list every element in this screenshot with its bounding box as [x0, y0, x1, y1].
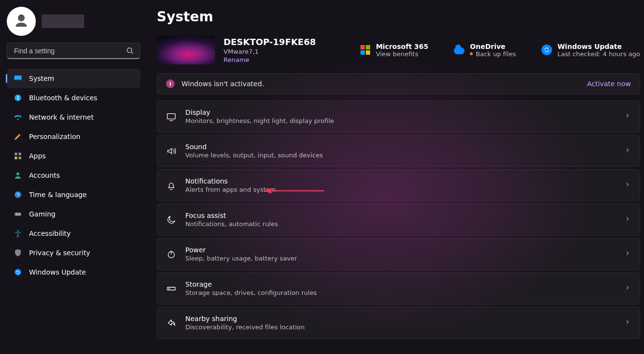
chevron-right-icon	[624, 215, 631, 224]
activation-message: Windows isn't activated.	[181, 80, 580, 88]
settings-card-power[interactable]: PowerSleep, battery usage, battery saver	[157, 238, 640, 270]
wu-subtitle: Last checked: 4 hours ago	[557, 50, 640, 58]
settings-card-nearby-sharing[interactable]: Nearby sharingDiscoverability, received …	[157, 307, 640, 339]
ms365-title: Microsoft 365	[376, 43, 428, 50]
share-icon	[166, 318, 177, 328]
svg-rect-10	[15, 213, 21, 216]
accounts-icon	[14, 171, 22, 180]
svg-point-8	[16, 172, 19, 175]
onedrive-link[interactable]: OneDrive Back up files	[453, 43, 516, 58]
gaming-icon	[14, 210, 22, 218]
sidebar-item-personalization[interactable]: Personalization	[7, 127, 140, 146]
sidebar-item-label: Personalization	[29, 133, 80, 140]
svg-rect-15	[167, 113, 176, 119]
device-header: DESKTOP-19FKE68 VMware7,1 Rename Microso…	[157, 35, 640, 64]
card-title: Power	[185, 246, 615, 254]
sidebar-item-network[interactable]: Network & internet	[7, 108, 140, 127]
bluetooth-icon	[14, 93, 22, 102]
search-box[interactable]	[7, 43, 140, 59]
settings-card-storage[interactable]: StorageStorage space, drives, configurat…	[157, 272, 640, 305]
svg-rect-7	[19, 157, 21, 159]
sidebar-item-time-language[interactable]: Time & language	[7, 185, 140, 204]
sound-icon	[166, 146, 177, 156]
sidebar-item-bluetooth[interactable]: Bluetooth & devices	[7, 88, 140, 108]
card-subtitle: Alerts from apps and system	[185, 186, 615, 193]
svg-rect-6	[15, 157, 17, 159]
chevron-right-icon	[624, 147, 631, 155]
svg-point-2	[15, 94, 21, 101]
sidebar-item-label: System	[29, 75, 54, 82]
sidebar-item-privacy[interactable]: Privacy & security	[7, 243, 140, 262]
search-input[interactable]	[13, 46, 126, 55]
attention-dot-icon	[470, 52, 473, 55]
onedrive-icon	[453, 44, 465, 56]
search-icon	[126, 47, 134, 55]
chevron-right-icon	[624, 319, 631, 327]
sidebar-item-label: Network & internet	[29, 113, 94, 121]
sidebar-item-system[interactable]: System	[7, 69, 140, 88]
card-title: Notifications	[185, 177, 615, 185]
system-icon	[14, 74, 22, 83]
card-subtitle: Monitors, brightness, night light, displ…	[185, 117, 615, 124]
card-title: Display	[185, 108, 615, 116]
power-icon	[166, 249, 177, 260]
sidebar-item-windows-update[interactable]: Windows Update	[7, 262, 140, 282]
page-title: System	[157, 9, 640, 25]
ms365-link[interactable]: Microsoft 365 View benefits	[359, 43, 428, 58]
windows-update-round-icon	[541, 44, 553, 56]
svg-point-14	[15, 269, 21, 276]
windows-update-link[interactable]: Windows Update Last checked: 4 hours ago	[541, 43, 640, 58]
ms365-subtitle: View benefits	[376, 50, 428, 58]
display-icon	[166, 111, 177, 122]
chevron-right-icon	[624, 250, 631, 258]
microsoft-logo-icon	[359, 44, 371, 56]
activation-banner[interactable]: i Windows isn't activated. Activate now	[157, 73, 640, 94]
settings-card-display[interactable]: DisplayMonitors, brightness, night light…	[157, 100, 640, 133]
card-subtitle: Notifications, automatic rules	[185, 220, 615, 228]
sidebar-item-label: Privacy & security	[29, 249, 90, 257]
windows-update-icon	[14, 268, 22, 277]
card-subtitle: Volume levels, output, input, sound devi…	[185, 152, 615, 159]
settings-card-notifications[interactable]: NotificationsAlerts from apps and system	[157, 169, 640, 201]
sidebar-item-apps[interactable]: Apps	[7, 146, 140, 166]
sidebar-item-label: Apps	[29, 152, 46, 160]
card-title: Storage	[185, 280, 615, 288]
settings-main: System DESKTOP-19FKE68 VMware7,1 Rename …	[145, 0, 644, 354]
user-name	[42, 15, 84, 28]
card-title: Nearby sharing	[185, 315, 615, 323]
card-title: Focus assist	[185, 212, 615, 219]
onedrive-title: OneDrive	[470, 43, 516, 50]
svg-rect-1	[15, 79, 22, 80]
settings-sidebar: System Bluetooth & devices Network & int…	[0, 0, 145, 354]
sidebar-item-label: Bluetooth & devices	[29, 94, 97, 102]
svg-point-3	[17, 119, 19, 120]
wifi-icon	[14, 113, 22, 122]
bell-icon	[166, 180, 177, 191]
system-settings-list: DisplayMonitors, brightness, night light…	[157, 100, 640, 339]
storage-icon	[166, 283, 177, 294]
privacy-icon	[14, 248, 22, 257]
settings-card-sound[interactable]: SoundVolume levels, output, input, sound…	[157, 135, 640, 167]
sidebar-item-accessibility[interactable]: Accessibility	[7, 224, 140, 243]
info-icon: i	[166, 79, 175, 88]
sidebar-item-label: Accessibility	[29, 230, 71, 237]
sidebar-item-gaming[interactable]: Gaming	[7, 204, 140, 224]
sidebar-item-accounts[interactable]: Accounts	[7, 166, 140, 185]
chevron-right-icon	[624, 284, 631, 292]
sidebar-item-label: Windows Update	[29, 268, 86, 276]
svg-rect-5	[19, 153, 21, 155]
settings-card-focus-assist[interactable]: Focus assistNotifications, automatic rul…	[157, 203, 640, 236]
wu-title: Windows Update	[557, 43, 640, 50]
personalization-icon	[14, 132, 22, 141]
device-model: VMware7,1	[224, 48, 316, 55]
activate-now-link[interactable]: Activate now	[587, 80, 631, 88]
user-account-tile[interactable]	[7, 7, 140, 36]
accessibility-icon	[14, 229, 22, 238]
sidebar-nav: System Bluetooth & devices Network & int…	[7, 69, 140, 282]
svg-point-12	[19, 214, 20, 215]
time-language-icon	[14, 190, 22, 199]
rename-device-link[interactable]: Rename	[224, 56, 316, 63]
apps-icon	[14, 152, 22, 160]
card-subtitle: Storage space, drives, configuration rul…	[185, 289, 615, 296]
onedrive-subtitle: Back up files	[476, 50, 516, 58]
